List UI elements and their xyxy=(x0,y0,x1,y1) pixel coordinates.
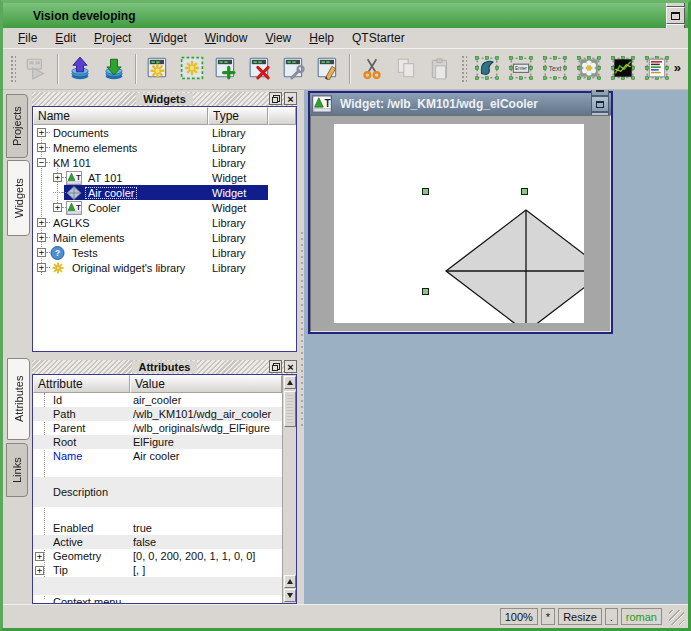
minimize-button[interactable] xyxy=(666,0,685,7)
expand-toggle[interactable]: + xyxy=(37,263,46,272)
tree-row[interactable]: +Mnemo elementsLibrary xyxy=(33,140,296,155)
column-header-Name[interactable]: Name xyxy=(33,107,208,125)
attr-row[interactable]: Idair_cooler xyxy=(33,393,282,407)
form-element-button[interactable]: Enter xyxy=(506,53,536,85)
menu-item-project[interactable]: Project xyxy=(85,29,140,47)
expand-toggle[interactable]: + xyxy=(53,203,62,212)
widgets-dock-title[interactable]: Widgets × xyxy=(32,92,297,106)
attr-row[interactable]: Context menu xyxy=(33,595,282,603)
expand-toggle[interactable]: + xyxy=(37,233,46,242)
scroll-up-button-2[interactable] xyxy=(284,575,296,588)
run-view-icon xyxy=(24,56,48,83)
expand-toggle[interactable]: + xyxy=(37,218,46,227)
attributes-dock-close-button[interactable]: × xyxy=(284,360,297,373)
selection-handle[interactable] xyxy=(521,188,528,195)
tree-item-name: Tests xyxy=(69,247,101,259)
attr-row[interactable]: Activefalse xyxy=(33,535,282,549)
tab-widgets[interactable]: Widgets xyxy=(7,160,30,236)
media-element-button[interactable] xyxy=(574,53,604,85)
elfigure-diamond-shape[interactable] xyxy=(334,124,584,323)
attr-row[interactable]: Path/wlb_KM101/wdg_air_cooler xyxy=(33,407,282,421)
widgets-dock-close-button[interactable]: × xyxy=(284,92,297,105)
library-properties-button[interactable] xyxy=(177,53,207,85)
attributes-scrollbar[interactable] xyxy=(282,375,296,603)
tree-row[interactable]: −KM 101Library xyxy=(33,155,296,170)
document-element-button[interactable] xyxy=(642,53,672,85)
expand-toggle[interactable]: + xyxy=(37,128,46,137)
toolbar-separator xyxy=(57,54,59,84)
tree-row[interactable]: +TAT 101Widget xyxy=(33,170,296,185)
column-header-value[interactable]: Value xyxy=(130,375,282,393)
attr-name: Path xyxy=(53,408,76,420)
cut-button[interactable] xyxy=(357,53,387,85)
tree-row[interactable]: +?TestsLibrary xyxy=(33,245,296,260)
tree-row[interactable]: +AGLKSLibrary xyxy=(33,215,296,230)
tree-row[interactable]: +Original widget's libraryLibrary xyxy=(33,260,296,275)
expand-toggle[interactable]: − xyxy=(37,158,46,167)
svg-text:T: T xyxy=(325,98,331,109)
dock-horizontal-splitter[interactable] xyxy=(30,352,299,360)
user-indicator[interactable]: roman xyxy=(621,608,662,625)
add-widget-button[interactable] xyxy=(211,53,241,85)
attr-row[interactable]: +Geometry[0, 0, 200, 200, 1, 1, 0, 0] xyxy=(33,549,282,563)
widget-edit-canvas[interactable] xyxy=(334,124,584,323)
widget-properties-button[interactable] xyxy=(279,53,309,85)
menu-item-help[interactable]: Help xyxy=(300,29,343,47)
column-header-attribute[interactable]: Attribute xyxy=(33,375,130,393)
tab-attributes[interactable]: Attributes xyxy=(7,358,30,440)
tab-links[interactable]: Links xyxy=(6,443,28,497)
resize-mode-indicator[interactable]: Resize xyxy=(558,608,602,625)
elfigure-button[interactable] xyxy=(472,53,502,85)
attr-row[interactable]: RootElFigure xyxy=(33,435,282,449)
tab-projects[interactable]: Projects xyxy=(6,94,28,158)
title-bar[interactable]: Vision developing × xyxy=(3,3,688,28)
load-from-db-button[interactable] xyxy=(65,53,95,85)
attr-value: /wlb_originals/wdg_ElFigure xyxy=(133,422,280,434)
toolbar-overflow-button[interactable]: » xyxy=(674,60,685,79)
expand-toggle[interactable]: + xyxy=(35,566,44,575)
attr-row[interactable]: Parent/wlb_originals/wdg_ElFigure xyxy=(33,421,282,435)
attr-row[interactable]: +Tip[, ] xyxy=(33,563,282,577)
expand-toggle[interactable]: + xyxy=(37,248,46,257)
maximize-button[interactable] xyxy=(666,7,685,24)
menu-item-qtstarter[interactable]: QTStarter xyxy=(343,29,414,47)
attributes-dock-title[interactable]: Attributes × xyxy=(32,360,297,374)
attr-row[interactable]: Description xyxy=(33,477,282,507)
delete-widget-button[interactable] xyxy=(245,53,275,85)
toolbar-drag-handle[interactable] xyxy=(9,54,16,84)
menu-item-edit[interactable]: Edit xyxy=(46,29,85,47)
attr-row[interactable]: NameAir cooler xyxy=(33,449,282,463)
scroll-down-button[interactable] xyxy=(284,589,296,602)
tree-row[interactable]: Air coolerWidget xyxy=(33,185,296,200)
maximize-icon xyxy=(596,101,604,108)
tree-row[interactable]: +TCoolerWidget xyxy=(33,200,296,215)
child-maximize-button[interactable] xyxy=(591,96,609,112)
expand-toggle[interactable]: + xyxy=(35,552,44,561)
edit-widget-button[interactable] xyxy=(313,53,343,85)
tree-row[interactable]: +DocumentsLibrary xyxy=(33,125,296,140)
widget-editor-title-bar[interactable]: T Widget: /wlb_KM101/wdg_elCooler × xyxy=(310,93,611,115)
zoom-indicator[interactable]: 100% xyxy=(500,608,538,625)
menu-item-widget[interactable]: Widget xyxy=(140,29,195,47)
column-header-Type[interactable]: Type xyxy=(208,107,268,125)
scroll-slider[interactable] xyxy=(284,391,296,427)
attributes-dock-float-button[interactable] xyxy=(269,360,282,373)
text-element-button[interactable]: Text xyxy=(540,53,570,85)
menu-item-file[interactable]: File xyxy=(9,29,46,47)
resize-grip[interactable] xyxy=(669,610,684,625)
widgets-dock-float-button[interactable] xyxy=(269,92,282,105)
menu-item-window[interactable]: Window xyxy=(196,29,257,47)
expand-toggle[interactable]: + xyxy=(37,143,46,152)
selection-handle[interactable] xyxy=(422,188,429,195)
diagram-element-button[interactable] xyxy=(608,53,638,85)
menu-item-view[interactable]: View xyxy=(256,29,300,47)
new-library-button[interactable] xyxy=(143,53,173,85)
save-to-db-button[interactable] xyxy=(99,53,129,85)
selection-handle[interactable] xyxy=(422,288,429,295)
status-bar: 100%*Resize.roman xyxy=(3,604,688,628)
tree-row[interactable]: +Main elementsLibrary xyxy=(33,230,296,245)
attr-row[interactable]: Enabledtrue xyxy=(33,521,282,535)
scroll-up-button[interactable] xyxy=(284,376,296,389)
expand-toggle[interactable]: + xyxy=(53,173,62,182)
toolbar-drag-handle[interactable] xyxy=(460,54,467,84)
